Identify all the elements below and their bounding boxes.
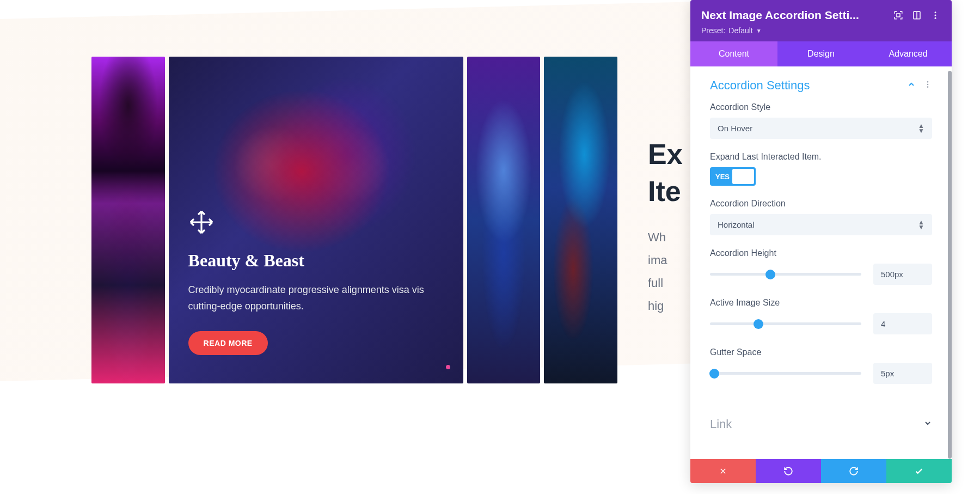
panel-footer bbox=[690, 459, 952, 483]
side-heading: ExIte bbox=[648, 136, 683, 210]
responsive-view-icon[interactable] bbox=[911, 10, 922, 21]
chevron-up-icon bbox=[907, 80, 916, 92]
settings-panel: Next Image Accordion Setti... Preset: De… bbox=[690, 0, 952, 483]
redo-button[interactable] bbox=[821, 459, 886, 483]
field-label: Active Image Size bbox=[710, 298, 932, 308]
accordion-style-select[interactable]: On Hover ▲▼ bbox=[710, 118, 932, 139]
section-accordion-settings-header[interactable]: Accordion Settings bbox=[690, 66, 952, 102]
svg-point-6 bbox=[927, 81, 929, 83]
expand-module-icon[interactable] bbox=[893, 10, 904, 21]
chevron-down-icon bbox=[923, 419, 932, 430]
slide-description: Credibly myocardinate progressive alignm… bbox=[188, 282, 439, 315]
gutter-space-slider[interactable] bbox=[710, 372, 861, 375]
pagination-dot[interactable] bbox=[446, 365, 450, 369]
side-paragraph: Whimafullhig bbox=[648, 226, 683, 317]
slide-title: Beauty & Beast bbox=[188, 251, 444, 271]
active-image-size-input[interactable]: 4 bbox=[873, 313, 932, 334]
field-accordion-style: Accordion Style On Hover ▲▼ bbox=[710, 102, 932, 139]
accordion-height-slider[interactable] bbox=[710, 273, 861, 276]
svg-rect-0 bbox=[897, 14, 900, 17]
panel-title: Next Image Accordion Setti... bbox=[701, 9, 885, 22]
panel-body[interactable]: Accordion Settings Accordion Style On Ho… bbox=[690, 66, 952, 459]
more-options-icon[interactable] bbox=[930, 10, 941, 21]
section-accordion-settings-body: Accordion Style On Hover ▲▼ Expand Last … bbox=[690, 102, 952, 400]
slide-overlay-content: Beauty & Beast Credibly myocardinate pro… bbox=[188, 209, 444, 355]
svg-point-4 bbox=[935, 15, 936, 16]
accordion-direction-select[interactable]: Horizontal ▲▼ bbox=[710, 214, 932, 235]
accordion-slide-1[interactable] bbox=[91, 57, 165, 383]
field-label: Gutter Space bbox=[710, 347, 932, 357]
move-arrows-icon bbox=[188, 209, 215, 235]
accordion-slide-3[interactable] bbox=[467, 57, 541, 383]
section-title: Accordion Settings bbox=[710, 78, 810, 93]
panel-header: Next Image Accordion Setti... Preset: De… bbox=[690, 0, 952, 41]
caret-down-icon: ▼ bbox=[756, 28, 762, 34]
panel-tabs: Content Design Advanced bbox=[690, 41, 952, 66]
tab-advanced[interactable]: Advanced bbox=[865, 41, 952, 66]
read-more-button[interactable]: READ MORE bbox=[188, 331, 268, 355]
svg-point-5 bbox=[935, 17, 936, 19]
accordion-height-input[interactable]: 500px bbox=[873, 264, 932, 285]
slider-thumb[interactable] bbox=[709, 369, 719, 379]
accordion-slide-4[interactable] bbox=[544, 57, 617, 383]
section-title: Link bbox=[710, 417, 732, 431]
field-label: Accordion Direction bbox=[710, 199, 932, 209]
slider-thumb[interactable] bbox=[765, 270, 775, 279]
field-accordion-direction: Accordion Direction Horizontal ▲▼ bbox=[710, 199, 932, 235]
save-button[interactable] bbox=[886, 459, 952, 483]
page-side-text: ExIte Whimafullhig bbox=[648, 136, 683, 317]
svg-point-3 bbox=[935, 11, 936, 13]
tab-content[interactable]: Content bbox=[690, 41, 777, 66]
field-label: Expand Last Interacted Item. bbox=[710, 152, 932, 162]
tab-design[interactable]: Design bbox=[777, 41, 865, 66]
panel-scrollbar[interactable] bbox=[948, 71, 952, 459]
gutter-space-input[interactable]: 5px bbox=[873, 363, 932, 384]
field-gutter-space: Gutter Space 5px bbox=[710, 347, 932, 384]
field-label: Accordion Style bbox=[710, 102, 932, 112]
expand-last-toggle[interactable]: YES bbox=[710, 167, 756, 186]
accordion-slide-2-active[interactable]: Beauty & Beast Credibly myocardinate pro… bbox=[169, 57, 463, 383]
field-accordion-height: Accordion Height 500px bbox=[710, 248, 932, 285]
undo-button[interactable] bbox=[756, 459, 821, 483]
section-link-header[interactable]: Link bbox=[690, 400, 952, 441]
active-image-size-slider[interactable] bbox=[710, 322, 861, 325]
slider-thumb[interactable] bbox=[754, 319, 763, 329]
field-label: Accordion Height bbox=[710, 248, 932, 258]
svg-point-8 bbox=[927, 86, 929, 88]
field-expand-last: Expand Last Interacted Item. YES bbox=[710, 152, 932, 186]
select-caret-icon: ▲▼ bbox=[918, 124, 924, 133]
select-caret-icon: ▲▼ bbox=[918, 220, 924, 229]
image-accordion: Beauty & Beast Credibly myocardinate pro… bbox=[91, 57, 617, 383]
preset-selector[interactable]: Preset: Default ▼ bbox=[701, 26, 941, 35]
section-more-icon[interactable] bbox=[923, 80, 932, 92]
cancel-button[interactable] bbox=[690, 459, 756, 483]
field-active-image-size: Active Image Size 4 bbox=[710, 298, 932, 334]
svg-point-7 bbox=[927, 83, 929, 85]
toggle-knob bbox=[732, 169, 754, 184]
